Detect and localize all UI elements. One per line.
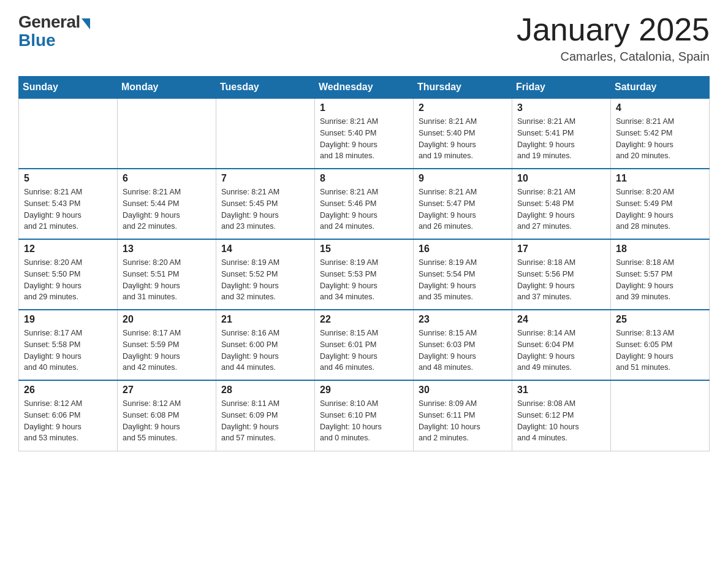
weekday-header-thursday: Thursday xyxy=(414,77,512,99)
day-info: Sunrise: 8:21 AMSunset: 5:47 PMDaylight:… xyxy=(419,186,507,232)
page-header: General Blue January 2025 Camarles, Cata… xyxy=(18,12,710,64)
weekday-header-wednesday: Wednesday xyxy=(315,77,414,99)
calendar-cell: 31Sunrise: 8:08 AMSunset: 6:12 PMDayligh… xyxy=(512,380,611,451)
day-number: 14 xyxy=(221,243,309,255)
day-number: 26 xyxy=(24,385,112,396)
calendar-cell: 1Sunrise: 8:21 AMSunset: 5:40 PMDaylight… xyxy=(315,98,414,169)
day-number: 25 xyxy=(616,314,704,325)
month-title: January 2025 xyxy=(517,12,710,47)
day-info: Sunrise: 8:21 AMSunset: 5:42 PMDaylight:… xyxy=(616,116,704,162)
calendar-cell: 20Sunrise: 8:17 AMSunset: 5:59 PMDayligh… xyxy=(118,310,216,380)
day-number: 17 xyxy=(517,243,605,255)
day-info: Sunrise: 8:21 AMSunset: 5:45 PMDaylight:… xyxy=(221,186,309,232)
calendar-cell: 16Sunrise: 8:19 AMSunset: 5:54 PMDayligh… xyxy=(414,239,512,310)
calendar-week-row-5: 26Sunrise: 8:12 AMSunset: 6:06 PMDayligh… xyxy=(19,380,710,451)
day-info: Sunrise: 8:12 AMSunset: 6:08 PMDaylight:… xyxy=(123,398,211,444)
calendar-cell xyxy=(216,98,315,169)
calendar-cell: 7Sunrise: 8:21 AMSunset: 5:45 PMDaylight… xyxy=(216,169,315,239)
calendar-cell: 8Sunrise: 8:21 AMSunset: 5:46 PMDaylight… xyxy=(315,169,414,239)
day-number: 9 xyxy=(419,173,507,184)
day-info: Sunrise: 8:17 AMSunset: 5:59 PMDaylight:… xyxy=(123,327,211,373)
day-number: 16 xyxy=(419,243,507,255)
day-info: Sunrise: 8:21 AMSunset: 5:40 PMDaylight:… xyxy=(419,116,507,162)
day-info: Sunrise: 8:21 AMSunset: 5:46 PMDaylight:… xyxy=(320,186,408,232)
day-info: Sunrise: 8:21 AMSunset: 5:40 PMDaylight:… xyxy=(320,116,408,162)
calendar-cell: 28Sunrise: 8:11 AMSunset: 6:09 PMDayligh… xyxy=(216,380,315,451)
day-number: 12 xyxy=(24,243,112,255)
calendar-cell: 26Sunrise: 8:12 AMSunset: 6:06 PMDayligh… xyxy=(19,380,118,451)
day-number: 6 xyxy=(123,173,211,184)
day-number: 24 xyxy=(517,314,605,325)
logo-arrow-icon xyxy=(82,18,90,29)
calendar-cell: 29Sunrise: 8:10 AMSunset: 6:10 PMDayligh… xyxy=(315,380,414,451)
day-number: 8 xyxy=(320,173,408,184)
day-number: 19 xyxy=(24,314,112,325)
calendar-cell: 14Sunrise: 8:19 AMSunset: 5:52 PMDayligh… xyxy=(216,239,315,310)
logo-blue-text: Blue xyxy=(18,31,56,50)
day-info: Sunrise: 8:17 AMSunset: 5:58 PMDaylight:… xyxy=(24,327,112,373)
calendar-cell: 10Sunrise: 8:21 AMSunset: 5:48 PMDayligh… xyxy=(512,169,611,239)
calendar-cell xyxy=(611,380,710,451)
day-info: Sunrise: 8:19 AMSunset: 5:54 PMDaylight:… xyxy=(419,257,507,303)
calendar-cell: 27Sunrise: 8:12 AMSunset: 6:08 PMDayligh… xyxy=(118,380,216,451)
location-title: Camarles, Catalonia, Spain xyxy=(517,50,710,64)
weekday-header-tuesday: Tuesday xyxy=(216,77,315,99)
day-info: Sunrise: 8:10 AMSunset: 6:10 PMDaylight:… xyxy=(320,398,408,444)
day-number: 5 xyxy=(24,173,112,184)
day-number: 28 xyxy=(221,385,309,396)
day-number: 27 xyxy=(123,385,211,396)
calendar-cell xyxy=(19,98,118,169)
day-number: 30 xyxy=(419,385,507,396)
logo: General Blue xyxy=(18,12,90,50)
calendar-cell: 22Sunrise: 8:15 AMSunset: 6:01 PMDayligh… xyxy=(315,310,414,380)
calendar-table: SundayMondayTuesdayWednesdayThursdayFrid… xyxy=(18,76,710,451)
calendar-week-row-2: 5Sunrise: 8:21 AMSunset: 5:43 PMDaylight… xyxy=(19,169,710,239)
logo-general-text: General xyxy=(18,12,80,32)
day-info: Sunrise: 8:13 AMSunset: 6:05 PMDaylight:… xyxy=(616,327,704,373)
day-info: Sunrise: 8:08 AMSunset: 6:12 PMDaylight:… xyxy=(517,398,605,444)
calendar-week-row-3: 12Sunrise: 8:20 AMSunset: 5:50 PMDayligh… xyxy=(19,239,710,310)
calendar-cell: 3Sunrise: 8:21 AMSunset: 5:41 PMDaylight… xyxy=(512,98,611,169)
day-info: Sunrise: 8:11 AMSunset: 6:09 PMDaylight:… xyxy=(221,398,309,444)
weekday-header-sunday: Sunday xyxy=(19,77,118,99)
day-number: 11 xyxy=(616,173,704,184)
day-info: Sunrise: 8:20 AMSunset: 5:50 PMDaylight:… xyxy=(24,257,112,303)
calendar-cell: 4Sunrise: 8:21 AMSunset: 5:42 PMDaylight… xyxy=(611,98,710,169)
day-number: 4 xyxy=(616,102,704,113)
calendar-cell: 12Sunrise: 8:20 AMSunset: 5:50 PMDayligh… xyxy=(19,239,118,310)
calendar-cell: 23Sunrise: 8:15 AMSunset: 6:03 PMDayligh… xyxy=(414,310,512,380)
day-info: Sunrise: 8:19 AMSunset: 5:52 PMDaylight:… xyxy=(221,257,309,303)
weekday-header-friday: Friday xyxy=(512,77,611,99)
calendar-week-row-1: 1Sunrise: 8:21 AMSunset: 5:40 PMDaylight… xyxy=(19,98,710,169)
calendar-cell: 17Sunrise: 8:18 AMSunset: 5:56 PMDayligh… xyxy=(512,239,611,310)
day-number: 18 xyxy=(616,243,704,255)
calendar-cell: 13Sunrise: 8:20 AMSunset: 5:51 PMDayligh… xyxy=(118,239,216,310)
day-number: 31 xyxy=(517,385,605,396)
calendar-cell: 24Sunrise: 8:14 AMSunset: 6:04 PMDayligh… xyxy=(512,310,611,380)
day-info: Sunrise: 8:19 AMSunset: 5:53 PMDaylight:… xyxy=(320,257,408,303)
calendar-cell: 19Sunrise: 8:17 AMSunset: 5:58 PMDayligh… xyxy=(19,310,118,380)
day-number: 22 xyxy=(320,314,408,325)
day-info: Sunrise: 8:21 AMSunset: 5:48 PMDaylight:… xyxy=(517,186,605,232)
day-number: 21 xyxy=(221,314,309,325)
day-info: Sunrise: 8:21 AMSunset: 5:41 PMDaylight:… xyxy=(517,116,605,162)
day-number: 23 xyxy=(419,314,507,325)
calendar-cell xyxy=(118,98,216,169)
day-number: 3 xyxy=(517,102,605,113)
day-info: Sunrise: 8:16 AMSunset: 6:00 PMDaylight:… xyxy=(221,327,309,373)
calendar-cell: 15Sunrise: 8:19 AMSunset: 5:53 PMDayligh… xyxy=(315,239,414,310)
day-number: 13 xyxy=(123,243,211,255)
day-number: 7 xyxy=(221,173,309,184)
title-block: January 2025 Camarles, Catalonia, Spain xyxy=(517,12,710,64)
calendar-cell: 30Sunrise: 8:09 AMSunset: 6:11 PMDayligh… xyxy=(414,380,512,451)
calendar-cell: 18Sunrise: 8:18 AMSunset: 5:57 PMDayligh… xyxy=(611,239,710,310)
calendar-header-row: SundayMondayTuesdayWednesdayThursdayFrid… xyxy=(19,77,710,99)
day-info: Sunrise: 8:12 AMSunset: 6:06 PMDaylight:… xyxy=(24,398,112,444)
weekday-header-monday: Monday xyxy=(118,77,216,99)
calendar-cell: 21Sunrise: 8:16 AMSunset: 6:00 PMDayligh… xyxy=(216,310,315,380)
day-number: 10 xyxy=(517,173,605,184)
day-number: 29 xyxy=(320,385,408,396)
day-info: Sunrise: 8:21 AMSunset: 5:43 PMDaylight:… xyxy=(24,186,112,232)
day-info: Sunrise: 8:09 AMSunset: 6:11 PMDaylight:… xyxy=(419,398,507,444)
day-number: 20 xyxy=(123,314,211,325)
